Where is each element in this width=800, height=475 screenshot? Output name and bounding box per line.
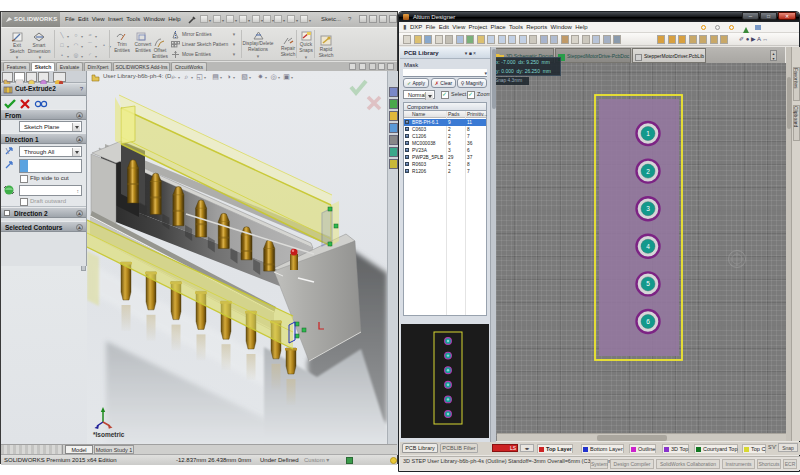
svg-text:1: 1 xyxy=(646,130,650,137)
svg-text:4: 4 xyxy=(646,243,650,250)
svg-text:2: 2 xyxy=(646,168,650,175)
svg-text:3: 3 xyxy=(646,205,650,212)
svg-text:6: 6 xyxy=(646,318,650,325)
svg-text:5: 5 xyxy=(646,280,650,287)
svg-text:*Isometric: *Isometric xyxy=(93,431,125,438)
